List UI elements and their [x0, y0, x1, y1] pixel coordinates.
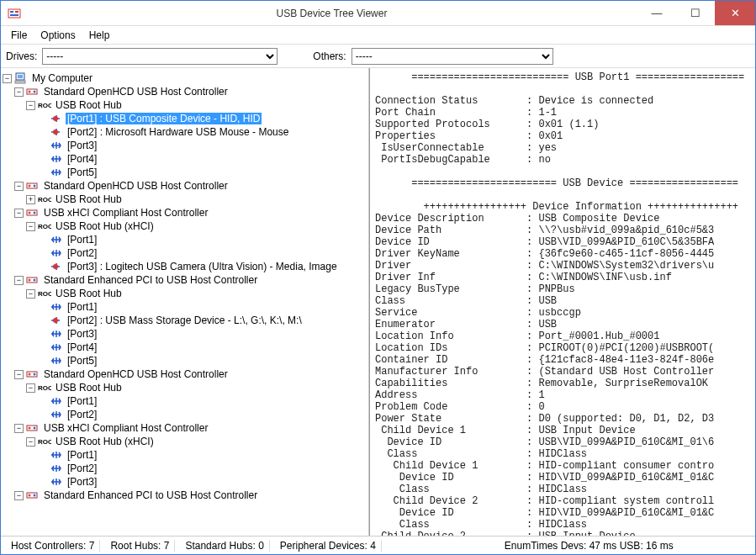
tree-label: [Port1]	[66, 395, 98, 407]
usb-port-icon	[50, 166, 63, 178]
tree-item[interactable]: −Standard OpenHCD USB Host Controller	[3, 85, 367, 98]
others-select[interactable]: -----	[352, 48, 553, 65]
tree-toggle[interactable]: +	[26, 195, 35, 204]
tree-item[interactable]: [Port3]	[3, 475, 367, 489]
tree-item[interactable]: −ROOTUSB Root Hub (xHCI)	[3, 219, 367, 233]
tree-item[interactable]: [Port3]	[3, 327, 367, 341]
tree-toggle[interactable]: −	[14, 491, 24, 500]
tree-item[interactable]: [Port5]	[3, 354, 367, 367]
controller-icon	[26, 207, 40, 219]
menu-help[interactable]: Help	[82, 28, 117, 43]
usb-port-icon	[50, 234, 63, 246]
tree-toggle[interactable]: −	[26, 437, 35, 447]
titlebar: USB Device Tree Viewer — ☐ ✕	[1, 1, 755, 26]
tree-item[interactable]: [Port5]	[3, 166, 367, 179]
usb-port-icon	[50, 395, 63, 407]
tree-item[interactable]: [Port3]	[3, 139, 367, 152]
tree-toggle[interactable]: −	[14, 370, 24, 379]
others-label: Others:	[313, 50, 346, 62]
drives-select[interactable]: -----	[42, 48, 278, 65]
tree-label: My Computer	[30, 72, 94, 84]
device-tree[interactable]: −My Computer−Standard OpenHCD USB Host C…	[1, 68, 369, 536]
tree-item[interactable]: [Port1]	[3, 300, 367, 314]
controller-icon	[26, 489, 40, 501]
tree-toggle[interactable]: −	[14, 87, 24, 97]
tree-item[interactable]: [Port3] : Logitech USB Camera (Ultra Vis…	[3, 260, 367, 273]
usb-port-icon	[50, 341, 63, 353]
tree-item[interactable]: [Port1] : USB Composite Device - HID, HI…	[3, 112, 367, 125]
window-title: USB Device Tree Viewer	[26, 8, 637, 19]
svg-point-24	[34, 279, 36, 282]
svg-text:ROOT: ROOT	[38, 196, 51, 204]
svg-rect-3	[10, 14, 19, 16]
tree-item[interactable]: [Port1]	[3, 233, 367, 246]
tree-item[interactable]: −ROOTUSB Root Hub (xHCI)	[3, 435, 367, 448]
menu-file[interactable]: File	[4, 28, 34, 43]
svg-rect-0	[8, 9, 20, 18]
tree-item[interactable]: −ROOTUSB Root Hub	[3, 287, 367, 300]
controller-icon	[26, 86, 40, 98]
tree-item[interactable]: [Port1]	[3, 394, 367, 408]
tree-label: USB Root Hub	[54, 382, 124, 394]
tree-label: [Port3] : Logitech USB Camera (Ultra Vis…	[66, 261, 339, 272]
tree-toggle[interactable]: −	[14, 276, 24, 285]
tree-label: USB Root Hub	[54, 99, 124, 111]
tree-toggle[interactable]: −	[26, 101, 35, 110]
tree-label: [Port4]	[66, 341, 98, 353]
usb-port-icon	[50, 328, 63, 340]
tree-item[interactable]: −ROOTUSB Root Hub	[3, 98, 367, 112]
svg-point-21	[53, 264, 58, 269]
tree-toggle[interactable]: −	[14, 182, 24, 191]
tree-item[interactable]: −USB xHCI Compliant Host Controller	[3, 206, 367, 219]
svg-point-8	[29, 91, 31, 93]
tree-item[interactable]: [Port1]	[3, 448, 367, 462]
tree-toggle[interactable]: −	[26, 289, 35, 299]
tree-item[interactable]: −Standard Enhanced PCI to USB Host Contr…	[3, 273, 367, 287]
root-hub-icon: ROOT	[38, 99, 51, 111]
tree-toggle[interactable]: −	[14, 424, 24, 433]
tree-label: [Port2]	[66, 247, 98, 259]
tree-label: [Port1]	[66, 301, 98, 313]
usb-device-icon	[50, 126, 63, 138]
tree-label: [Port3]	[66, 476, 98, 488]
tree-item[interactable]: [Port2]	[3, 408, 367, 421]
minimize-button[interactable]: —	[637, 1, 676, 25]
tree-item[interactable]: −ROOTUSB Root Hub	[3, 381, 367, 394]
controller-icon	[26, 274, 40, 286]
usb-device-icon	[50, 113, 63, 124]
tree-item[interactable]: [Port2] : Microsoft Hardware USB Mouse -…	[3, 125, 367, 139]
tree-item[interactable]: +ROOTUSB Root Hub	[3, 193, 367, 206]
close-button[interactable]: ✕	[715, 1, 755, 25]
tree-toggle[interactable]: −	[14, 209, 24, 218]
tree-toggle[interactable]: −	[26, 222, 35, 231]
tree-label: [Port1] : USB Composite Device - HID, HI…	[66, 113, 262, 124]
tree-item[interactable]: −USB xHCI Compliant Host Controller	[3, 421, 367, 435]
usb-port-icon	[50, 409, 63, 420]
svg-point-11	[53, 116, 58, 121]
tree-item[interactable]: −Standard OpenHCD USB Host Controller	[3, 179, 367, 193]
tree-item[interactable]: [Port2] : USB Mass Storage Device - L:\,…	[3, 314, 367, 327]
tree-label: [Port2]	[66, 409, 98, 420]
tree-item[interactable]: −My Computer	[3, 71, 367, 85]
tree-label: Standard OpenHCD USB Host Controller	[42, 368, 230, 380]
tree-item[interactable]: −Standard OpenHCD USB Host Controller	[3, 367, 367, 381]
drives-label: Drives:	[6, 50, 37, 62]
tree-item[interactable]: [Port4]	[3, 341, 367, 354]
usb-port-icon	[50, 476, 63, 488]
tree-toggle[interactable]: −	[3, 74, 12, 83]
tree-item[interactable]: [Port4]	[3, 152, 367, 166]
tree-label: Standard Enhanced PCI to USB Host Contro…	[42, 489, 259, 501]
status-host-controllers: Host Controllers: 7	[6, 540, 100, 552]
tree-item[interactable]: −Standard Enhanced PCI to USB Host Contr…	[3, 489, 367, 502]
tree-label: [Port2] : USB Mass Storage Device - L:\,…	[66, 314, 304, 326]
tree-label: Standard OpenHCD USB Host Controller	[42, 86, 230, 98]
svg-text:ROOT: ROOT	[38, 290, 51, 298]
tree-label: [Port1]	[66, 234, 98, 246]
details-pane[interactable]: ========================== USB Port1 ===…	[369, 68, 755, 536]
tree-item[interactable]: [Port2]	[3, 462, 367, 475]
menu-options[interactable]: Options	[34, 28, 82, 43]
maximize-button[interactable]: ☐	[676, 1, 715, 25]
root-hub-icon: ROOT	[38, 288, 51, 299]
tree-item[interactable]: [Port2]	[3, 246, 367, 260]
tree-toggle[interactable]: −	[26, 383, 35, 393]
